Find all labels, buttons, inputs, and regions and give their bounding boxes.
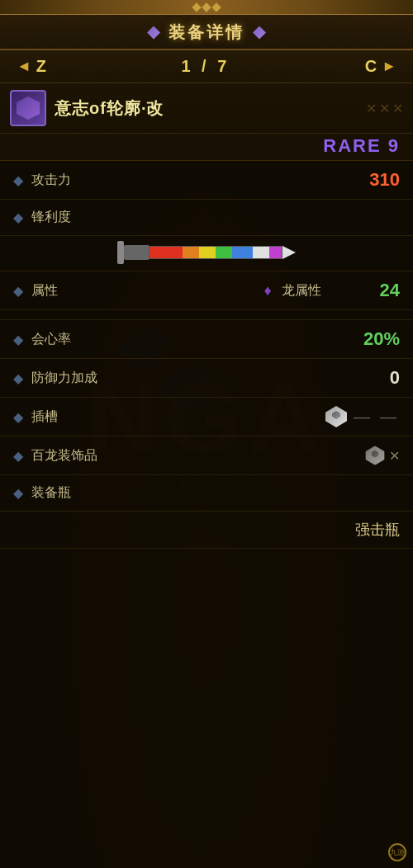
sharpness-bar-container xyxy=(0,236,413,271)
balong-row: ◆ 百龙装饰品 ✕ xyxy=(0,436,413,475)
bottle-label: 装备瓶 xyxy=(31,484,400,502)
diamond-deco-1 xyxy=(192,2,201,12)
dragon-element-icon: ♦ xyxy=(264,282,272,300)
top-diamonds xyxy=(193,4,220,11)
affinity-diamond-icon: ◆ xyxy=(13,332,23,347)
right-arrow-icon: ► xyxy=(382,58,396,75)
title-section: 装备详情 xyxy=(0,15,413,50)
rare-row: RARE 9 xyxy=(0,134,413,161)
slot-row: ◆ 插槽 — — xyxy=(0,398,413,436)
balong-label: 百龙装饰品 xyxy=(31,447,364,465)
slot-dash-1: — xyxy=(354,408,370,427)
attack-value: 310 xyxy=(369,169,400,191)
bottle-value: 强击瓶 xyxy=(355,520,400,540)
deco-x-3: ✕ xyxy=(392,101,403,116)
nav-next[interactable]: ► C xyxy=(365,57,396,76)
sharp-yellow xyxy=(199,247,216,258)
element-row: ◆ 属性 ♦ 龙属性 24 xyxy=(0,271,413,310)
item-name-area: 意志of轮廓·改 ✕ ✕ ✕ xyxy=(55,97,403,120)
title-gem-left xyxy=(147,26,160,40)
nav-bar: ◄ Z 1 / 7 ► C xyxy=(0,50,413,83)
sharpness-label: 锋利度 xyxy=(31,209,400,226)
balong-cross-icon: ✕ xyxy=(389,448,400,464)
sword-handle xyxy=(124,245,149,260)
total-pages: 7 xyxy=(217,57,230,75)
sharp-white xyxy=(253,247,269,258)
page-title: 装备详情 xyxy=(169,21,244,44)
bottle-diamond-icon: ◆ xyxy=(13,485,23,501)
nav-right-letter: C xyxy=(365,57,377,76)
sharpness-label-row: ◆ 锋利度 xyxy=(0,200,413,236)
page-separator: / xyxy=(202,57,210,75)
balong-gem-1 xyxy=(365,446,384,465)
jiuyou-logo: 九游 xyxy=(388,843,406,861)
element-name: 龙属性 xyxy=(282,282,321,300)
element-diamond-icon: ◆ xyxy=(13,283,23,299)
affinity-label: 会心率 xyxy=(31,331,363,348)
deco-patterns: ✕ ✕ ✕ xyxy=(366,101,403,116)
element-mid: ♦ 龙属性 xyxy=(206,282,380,300)
element-label: 属性 xyxy=(31,282,206,300)
slot-icons: — — xyxy=(325,406,400,427)
sharpness-diamond-icon: ◆ xyxy=(13,210,23,225)
attack-label: 攻击力 xyxy=(31,172,369,189)
defense-value: 0 xyxy=(390,367,400,389)
nav-left-letter: Z xyxy=(36,57,46,76)
left-arrow-icon: ◄ xyxy=(17,58,31,75)
deco-x-1: ✕ xyxy=(366,101,377,116)
main-panel: 装备详情 ◄ Z 1 / 7 ► C 意志of轮廓·改 ✕ ✕ ✕ xyxy=(0,0,413,868)
item-icon-shape xyxy=(17,97,40,120)
bottle-label-row: ◆ 装备瓶 xyxy=(0,475,413,512)
sharpness-bar xyxy=(149,246,282,259)
sharp-blue xyxy=(232,247,253,258)
balong-slot-icons: ✕ xyxy=(364,445,400,466)
attack-diamond-icon: ◆ xyxy=(13,172,23,188)
logo-text: 九游 xyxy=(390,847,405,858)
slot-label: 插槽 xyxy=(31,408,325,426)
spacer-1 xyxy=(0,310,413,320)
sharp-green xyxy=(216,247,232,258)
title-gem-right xyxy=(253,26,266,40)
affinity-row: ◆ 会心率 20% xyxy=(0,320,413,359)
sharp-purple xyxy=(269,247,282,258)
stats-container: ◆ 攻击力 310 ◆ 锋利度 xyxy=(0,161,413,868)
item-icon xyxy=(10,90,46,126)
top-decoration-bar xyxy=(0,0,413,15)
slot-diamond-icon: ◆ xyxy=(13,409,23,425)
diamond-deco-3 xyxy=(211,2,221,12)
defense-row: ◆ 防御力加成 0 xyxy=(0,359,413,398)
affinity-value: 20% xyxy=(363,328,400,350)
slot-gem-1 xyxy=(325,406,347,427)
sword-tip xyxy=(282,246,296,259)
bottle-value-row: 强击瓶 xyxy=(0,512,413,549)
sharp-orange xyxy=(183,247,199,258)
defense-label: 防御力加成 xyxy=(31,370,390,387)
logo-circle: 九游 xyxy=(388,843,406,861)
deco-x-2: ✕ xyxy=(379,101,390,116)
diamond-deco-2 xyxy=(202,2,211,12)
nav-prev[interactable]: ◄ Z xyxy=(17,57,46,76)
item-name: 意志of轮廓·改 xyxy=(55,97,403,120)
sword-sharpness-visual xyxy=(117,241,296,264)
defense-diamond-icon: ◆ xyxy=(13,370,23,386)
rare-badge: RARE 9 xyxy=(323,135,400,157)
item-name-row: 意志of轮廓·改 ✕ ✕ ✕ xyxy=(0,83,413,134)
nav-pagination: 1 / 7 xyxy=(181,57,230,76)
slot-dash-2: — xyxy=(380,408,396,427)
balong-diamond-icon: ◆ xyxy=(13,448,23,464)
current-page: 1 xyxy=(181,57,193,75)
element-value: 24 xyxy=(380,280,400,301)
attack-row: ◆ 攻击力 310 xyxy=(0,161,413,200)
sharp-red xyxy=(150,247,183,258)
sword-guard xyxy=(117,241,124,264)
